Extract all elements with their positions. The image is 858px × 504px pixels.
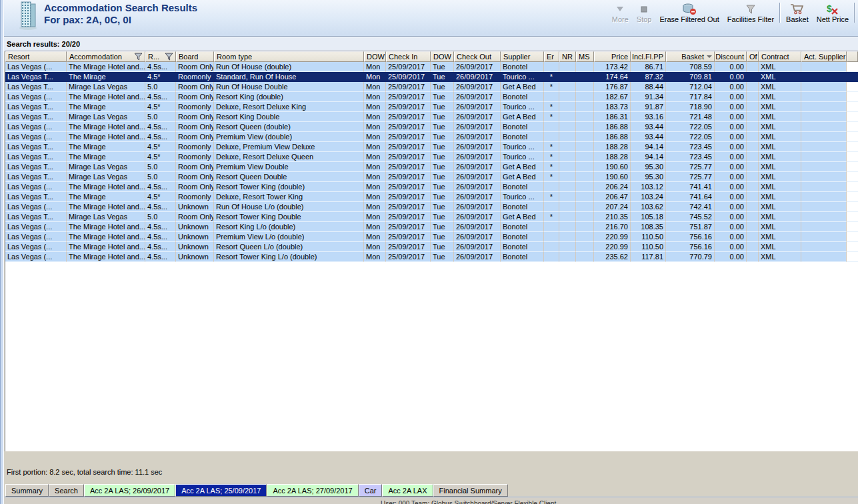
column-header-resort[interactable]: Resort xyxy=(5,51,67,62)
cell-dow_out: Tue xyxy=(431,202,454,212)
table-row[interactable]: Las Vegas (...The Mirage Hotel and...4.5… xyxy=(5,122,858,132)
cell-dow_out: Tue xyxy=(431,62,454,72)
column-header-check_out[interactable]: Check Out xyxy=(454,51,501,62)
cell-check_in: 25/09/2017 xyxy=(386,102,431,112)
column-header-check_in[interactable]: Check In xyxy=(386,51,431,62)
table-row[interactable]: Las Vegas T...The Mirage4.5*RoomonlyDelu… xyxy=(5,192,858,202)
tab-financial-summary[interactable]: Financial Summary xyxy=(433,484,508,497)
tab-car[interactable]: Car xyxy=(359,484,383,497)
column-header-rating[interactable]: R... xyxy=(145,51,176,62)
table-row[interactable]: Las Vegas (...The Mirage Hotel and...4.5… xyxy=(5,132,858,142)
cell-nr xyxy=(559,72,576,82)
tab-summary[interactable]: Summary xyxy=(5,484,49,497)
cell-room_type: Resort Tower King Double xyxy=(214,212,364,222)
cell-basket: 756.16 xyxy=(666,242,715,252)
cell-act_supplier xyxy=(801,222,847,232)
results-table: ResortAccommodationR...BoardRoom typeDOW… xyxy=(5,51,858,262)
cell-filler xyxy=(847,222,858,232)
tab-acc-2a-las-27-09-2017[interactable]: Acc 2A LAS; 27/09/2017 xyxy=(267,484,358,497)
cell-check_in: 25/09/2017 xyxy=(386,142,431,152)
basket-button[interactable]: Basket xyxy=(782,1,813,25)
column-header-supplier[interactable]: Supplier xyxy=(501,51,544,62)
cell-rating: 4.5s... xyxy=(145,62,176,72)
table-row[interactable]: Las Vegas (...The Mirage Hotel and...4.5… xyxy=(5,252,858,262)
tab-acc-2a-las-26-09-2017[interactable]: Acc 2A LAS; 26/09/2017 xyxy=(84,484,175,497)
table-row[interactable]: Las Vegas (...The Mirage Hotel and...4.5… xyxy=(5,242,858,252)
table-row[interactable]: Las Vegas T...The Mirage4.5*RoomonlyStan… xyxy=(5,72,858,82)
column-header-dow_in[interactable]: DOW xyxy=(364,51,386,62)
cell-accommodation: The Mirage Hotel and... xyxy=(67,92,145,102)
cell-dow_in: Mon xyxy=(364,112,386,122)
column-header-price[interactable]: Price xyxy=(594,51,631,62)
table-row[interactable]: Las Vegas T...The Mirage4.5*RoomonlyDelu… xyxy=(5,102,858,112)
column-header-accommodation[interactable]: Accommodation xyxy=(67,51,145,62)
table-row[interactable]: Las Vegas T...Mirage Las Vegas5.0Room On… xyxy=(5,162,858,172)
table-row[interactable]: Las Vegas (...The Mirage Hotel and...4.5… xyxy=(5,232,858,242)
cell-check_in: 25/09/2017 xyxy=(386,192,431,202)
column-header-dow_out[interactable]: DOW xyxy=(431,51,454,62)
cell-act_supplier xyxy=(801,82,847,92)
cell-basket: 722.05 xyxy=(666,132,715,142)
cell-room_type: Run Of House Double xyxy=(214,82,364,92)
table-row[interactable]: Las Vegas (...The Mirage Hotel and...4.5… xyxy=(5,202,858,212)
nett-price-label: Nett Price xyxy=(817,15,849,23)
table-row[interactable]: Las Vegas (...The Mirage Hotel and...4.5… xyxy=(5,62,858,72)
cell-basket: 745.52 xyxy=(666,212,715,222)
table-row[interactable]: Las Vegas T...The Mirage4.5*RoomonlyDelu… xyxy=(5,152,858,162)
cell-room_type: Resort Queen (double) xyxy=(214,122,364,132)
column-header-contract[interactable]: Contract xyxy=(759,51,801,62)
cell-basket: 725.77 xyxy=(666,162,715,172)
table-row[interactable]: Las Vegas T...The Mirage4.5*RoomonlyDelu… xyxy=(5,142,858,152)
column-header-incl[interactable]: Incl.Fl.PP xyxy=(631,51,666,62)
cell-board: Unknown xyxy=(176,232,214,242)
cell-check_out: 26/09/2017 xyxy=(454,222,501,232)
filter-funnel-icon[interactable] xyxy=(165,53,173,61)
cell-resort: Las Vegas (... xyxy=(5,132,67,142)
column-header-act_supplier[interactable]: Act. Supplier xyxy=(801,51,847,62)
tab-acc-2a-lax[interactable]: Acc 2A LAX xyxy=(382,484,433,497)
cell-contract: XML xyxy=(759,152,801,162)
cell-board: Room Only xyxy=(176,62,214,72)
column-header-of[interactable]: Of xyxy=(747,51,759,62)
table-row[interactable]: Las Vegas T...Mirage Las Vegas5.0Room On… xyxy=(5,82,858,92)
cell-act_supplier xyxy=(801,172,847,182)
table-row[interactable]: Las Vegas T...Mirage Las Vegas5.0Room On… xyxy=(5,172,858,182)
cell-price: 210.35 xyxy=(594,212,631,222)
table-row[interactable]: Las Vegas (...The Mirage Hotel and...4.5… xyxy=(5,222,858,232)
table-row[interactable]: Las Vegas T...Mirage Las Vegas5.0Room On… xyxy=(5,212,858,222)
column-header-board[interactable]: Board xyxy=(176,51,214,62)
cell-check_out: 26/09/2017 xyxy=(454,212,501,222)
cell-ms xyxy=(576,222,594,232)
table-row[interactable]: Las Vegas (...The Mirage Hotel and...4.5… xyxy=(5,182,858,192)
cell-room_type: Resort Tower King L/o (double) xyxy=(214,252,364,262)
column-header-room_type[interactable]: Room type xyxy=(214,51,364,62)
cell-ms xyxy=(576,62,594,72)
column-header-ms[interactable]: MS xyxy=(576,51,594,62)
facilities-filter-button[interactable]: Facilities Filter xyxy=(723,1,778,25)
column-header-er[interactable]: Er xyxy=(544,51,559,62)
cell-filler xyxy=(847,202,858,212)
tab-search[interactable]: Search xyxy=(49,484,84,497)
cell-nr xyxy=(559,152,576,162)
cell-filler xyxy=(847,122,858,132)
tab-acc-2a-las-25-09-2017[interactable]: Acc 2A LAS; 25/09/2017 xyxy=(175,484,267,497)
erase-filtered-out-button[interactable]: Erase Filtered Out xyxy=(656,1,723,25)
cell-contract: XML xyxy=(759,212,801,222)
cell-accommodation: The Mirage Hotel and... xyxy=(67,182,145,192)
filter-funnel-icon[interactable] xyxy=(134,53,143,61)
column-header-nr[interactable]: NR xyxy=(559,51,576,62)
cell-filler xyxy=(847,252,858,262)
table-row[interactable]: Las Vegas (...The Mirage Hotel and...4.5… xyxy=(5,92,858,102)
cell-incl: 117.81 xyxy=(631,252,666,262)
cell-discount: 0.00 xyxy=(715,92,747,102)
cell-discount: 0.00 xyxy=(715,122,747,132)
cell-dow_in: Mon xyxy=(364,242,386,252)
page-title-line2: For pax: 2A, 0C, 0I xyxy=(44,14,197,26)
nett-price-button[interactable]: $ Nett Price xyxy=(813,1,853,25)
cell-er: * xyxy=(544,112,559,122)
column-header-basket[interactable]: Basket xyxy=(666,51,715,62)
cell-contract: XML xyxy=(759,62,801,72)
cell-dow_in: Mon xyxy=(364,72,386,82)
column-header-discount[interactable]: Discount xyxy=(715,51,747,62)
table-row[interactable]: Las Vegas T...Mirage Las Vegas5.0Room On… xyxy=(5,112,858,122)
